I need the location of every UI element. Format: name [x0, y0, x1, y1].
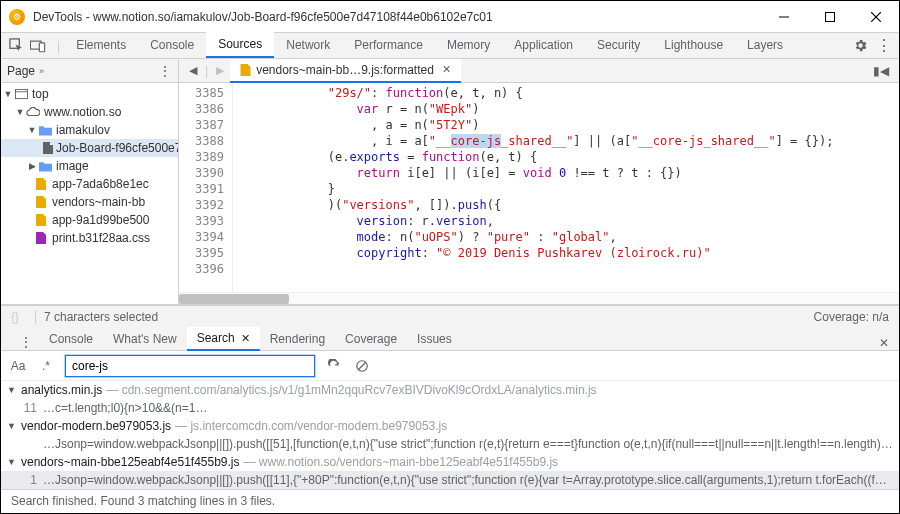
svg-rect-1 — [826, 12, 835, 21]
drawer-tab-issues[interactable]: Issues — [407, 327, 462, 351]
drawer-tab-rendering[interactable]: Rendering — [260, 327, 335, 351]
panel-tab-performance[interactable]: Performance — [342, 32, 435, 58]
tree-domain[interactable]: ▼www.notion.so — [1, 103, 178, 121]
drawer-tab-search[interactable]: Search✕ — [187, 327, 260, 351]
show-navigator-icon[interactable]: ▮◀ — [867, 64, 895, 78]
search-result-file[interactable]: ▼analytics.min.js — cdn.segment.com/anal… — [1, 381, 899, 399]
close-drawer-tab-icon[interactable]: ✕ — [241, 332, 250, 345]
sidebar-header: Page » ⋮ — [1, 59, 178, 83]
drawer-tabs: ⋮ ConsoleWhat's NewSearch✕RenderingCover… — [1, 327, 899, 351]
clear-search-icon[interactable] — [353, 357, 371, 375]
code-lines[interactable]: "29s/": function(e, t, n) { var r = n("W… — [233, 83, 899, 292]
regex-toggle[interactable]: .* — [37, 359, 55, 373]
search-bar: Aa .* — [1, 351, 899, 381]
file-tree: ▼top ▼www.notion.so ▼iamakulov Job-Board… — [1, 83, 178, 304]
tree-file[interactable]: vendors~main-bb — [1, 193, 178, 211]
panel-tab-layers[interactable]: Layers — [735, 32, 795, 58]
editor-tab[interactable]: vendors~main-bb…9.js:formatted ✕ — [230, 59, 461, 83]
panel-tab-network[interactable]: Network — [274, 32, 342, 58]
panel-tab-lighthouse[interactable]: Lighthouse — [652, 32, 735, 58]
search-input[interactable] — [65, 355, 315, 377]
panel-tab-application[interactable]: Application — [502, 32, 585, 58]
search-result-line[interactable]: 1…Jsonp=window.webpackJsonp||[]).push([[… — [1, 471, 899, 489]
window-minimize-button[interactable] — [761, 1, 807, 33]
window-maximize-button[interactable] — [807, 1, 853, 33]
sidebar-tab-page[interactable]: Page — [7, 64, 35, 78]
source-editor: ◀ | ▶ vendors~main-bb…9.js:formatted ✕ ▮… — [179, 59, 899, 304]
editor-tabs: ◀ | ▶ vendors~main-bb…9.js:formatted ✕ ▮… — [179, 59, 899, 83]
drawer-tab-coverage[interactable]: Coverage — [335, 327, 407, 351]
panel-tab-security[interactable]: Security — [585, 32, 652, 58]
more-menu-icon[interactable]: ⋮ — [875, 37, 893, 55]
devtools-toolbar: | ElementsConsoleSourcesNetworkPerforman… — [1, 33, 899, 59]
coverage-status: Coverage: n/a — [814, 310, 889, 324]
svg-rect-7 — [15, 89, 27, 98]
panel-tab-elements[interactable]: Elements — [64, 32, 138, 58]
panel-tabs: ElementsConsoleSourcesNetworkPerformance… — [64, 33, 851, 58]
tree-file-jobboard[interactable]: Job-Board-f96cfe500e7d47108f44e0b6102e7c… — [1, 139, 178, 157]
match-case-toggle[interactable]: Aa — [9, 359, 27, 373]
search-result-file[interactable]: ▼vendor-modern.be979053.js — js.intercom… — [1, 417, 899, 435]
history-fwd-icon[interactable]: ▶ — [210, 61, 230, 81]
window-titlebar: ⚙ DevTools - www.notion.so/iamakulov/Job… — [1, 1, 899, 33]
sources-sidebar: Page » ⋮ ▼top ▼www.notion.so ▼iamakulov … — [1, 59, 179, 304]
search-results: ▼analytics.min.js — cdn.segment.com/anal… — [1, 381, 899, 489]
tree-folder-image[interactable]: ▶image — [1, 157, 178, 175]
sidebar-menu-icon[interactable]: ⋮ — [158, 63, 172, 79]
panel-tab-sources[interactable]: Sources — [206, 32, 274, 58]
settings-gear-icon[interactable] — [851, 37, 869, 55]
tree-file[interactable]: print.b31f28aa.css — [1, 229, 178, 247]
selection-status: 7 characters selected — [44, 310, 158, 324]
panel-tab-console[interactable]: Console — [138, 32, 206, 58]
tree-folder-iamakulov[interactable]: ▼iamakulov — [1, 121, 178, 139]
search-result-line[interactable]: …Jsonp=window.webpackJsonp||[]).push([[5… — [1, 435, 899, 453]
drawer-tab-what-s-new[interactable]: What's New — [103, 327, 187, 351]
panel-tab-memory[interactable]: Memory — [435, 32, 502, 58]
drawer-close-icon[interactable]: ✕ — [879, 336, 889, 350]
line-gutter: 3385338633873388338933903391339233933394… — [179, 83, 233, 292]
search-result-file[interactable]: ▼vendors~main-bbe125eabf4e51f455b9.js — … — [1, 453, 899, 471]
close-tab-icon[interactable]: ✕ — [442, 63, 451, 76]
refresh-search-icon[interactable] — [325, 357, 343, 375]
tree-file[interactable]: app-7ada6b8e1ec — [1, 175, 178, 193]
drawer-menu-icon[interactable]: ⋮ — [13, 334, 39, 350]
window-close-button[interactable] — [853, 1, 899, 33]
history-back-icon[interactable]: ◀ — [183, 61, 203, 81]
window-title: DevTools - www.notion.so/iamakulov/Job-B… — [33, 10, 761, 24]
horizontal-scrollbar[interactable] — [179, 292, 899, 304]
editor-statusbar: {} 7 characters selected Coverage: n/a — [1, 305, 899, 327]
svg-line-10 — [359, 362, 366, 369]
tree-file[interactable]: app-9a1d99be500 — [1, 211, 178, 229]
sidebar-more-tabs-icon[interactable]: » — [39, 66, 44, 76]
device-toolbar-icon[interactable] — [29, 37, 47, 55]
drawer-tab-console[interactable]: Console — [39, 327, 103, 351]
tree-top[interactable]: ▼top — [1, 85, 178, 103]
inspect-element-icon[interactable] — [7, 37, 25, 55]
search-result-line[interactable]: 11…c=t.length;l0){n>10&&(n=1… — [1, 399, 899, 417]
search-footer: Search finished. Found 3 matching lines … — [1, 489, 899, 511]
svg-rect-6 — [39, 42, 44, 51]
devtools-favicon: ⚙ — [9, 9, 25, 25]
